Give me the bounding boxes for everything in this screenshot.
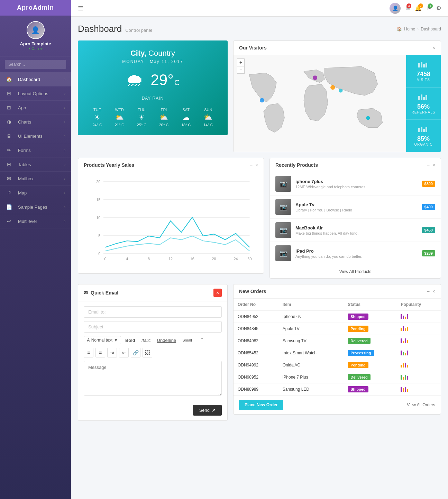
italic-button[interactable]: Italic xyxy=(139,336,153,344)
chart-container: 20 15 10 5 0 0 4 8 12 16 xyxy=(84,178,258,268)
sidebar-item-sample[interactable]: 📄 Sample Pages › xyxy=(0,200,71,214)
image-button[interactable]: 🖼 xyxy=(143,348,152,357)
user-avatar[interactable]: 👤 xyxy=(390,3,401,14)
list-ul-button[interactable]: ≡ xyxy=(95,348,105,357)
products-list: 📷 iphone 7plus 12MP Wide-angle and telep… xyxy=(270,172,441,265)
sales-chart-header: Products Yearly Sales − × xyxy=(78,158,264,172)
sidebar-item-layout[interactable]: ⊞ Layout Options › xyxy=(0,87,71,101)
pop-bar xyxy=(407,365,408,368)
product-item: 📷 iPad Pro Anything you can do, you can … xyxy=(270,242,441,265)
order-popularity xyxy=(396,383,441,396)
orders-header: New Orders − × xyxy=(234,284,441,299)
email-subject-input[interactable] xyxy=(84,321,222,333)
chart-body: 20 15 10 5 0 0 4 8 12 16 xyxy=(78,172,264,273)
quote-button[interactable]: " xyxy=(200,336,205,344)
zoom-out-button[interactable]: − xyxy=(237,66,245,74)
recently-controls[interactable]: − × xyxy=(427,162,435,168)
forecast-day-wed: WED ⛅ 21° C xyxy=(115,108,124,127)
small-button[interactable]: Small xyxy=(180,337,194,344)
orders-close-icon[interactable]: × xyxy=(432,289,435,294)
minimize-icon[interactable]: − xyxy=(427,45,430,51)
breadcrumb-sep: › xyxy=(417,27,419,31)
table-row: ODN88989Samsung LEDShipped xyxy=(234,383,441,396)
product-thumb: 📷 xyxy=(275,222,291,238)
nav-arrow-layout: › xyxy=(64,92,65,96)
sales-controls[interactable]: − × xyxy=(250,162,258,168)
weather-forecast: TUE ☀ 24° CWED ⛅ 21° CTHU ☀ 25° CFRI ⛅ 2… xyxy=(86,108,219,127)
table-row: ODN84982Samsung TVDelivered xyxy=(234,335,441,347)
pop-bar xyxy=(403,352,404,355)
send-button[interactable]: Send ↗ xyxy=(193,405,222,416)
search-input[interactable] xyxy=(5,60,66,69)
popularity-bars xyxy=(401,314,437,319)
nav-icon-mailbox: ✉ xyxy=(6,176,12,181)
sidebar-item-app[interactable]: ⊟ App › xyxy=(0,101,71,115)
profile-name: Apro Template xyxy=(20,41,51,46)
sales-minimize-icon[interactable]: − xyxy=(250,162,253,168)
svg-rect-5 xyxy=(418,63,420,67)
breadcrumb: 🏠 Home › Dashboard xyxy=(397,27,441,31)
underline-button[interactable]: Underline xyxy=(155,336,179,344)
hamburger-icon[interactable]: ☰ xyxy=(78,4,83,12)
visitors-map: + − xyxy=(234,55,406,152)
link-button[interactable]: 🔗 xyxy=(131,348,140,357)
popularity-bars xyxy=(401,326,437,331)
email-close-button[interactable]: × xyxy=(213,289,222,297)
close-icon[interactable]: × xyxy=(432,45,435,51)
sidebar-item-forms[interactable]: ✏ Forms › xyxy=(0,143,71,157)
email-toolbar: A Normal text ▼ Bold Italic Underline Sm… xyxy=(84,336,222,344)
product-desc: Anything you can do, you can do better. xyxy=(295,254,418,258)
bold-button[interactable]: Bold xyxy=(123,336,137,344)
mail-icon[interactable]: ✉ 3 xyxy=(405,5,410,11)
toolbar-sep-1 xyxy=(197,337,197,344)
product-name: MacBook Air xyxy=(295,225,418,230)
bell-icon[interactable]: 🔔 2 xyxy=(415,5,422,11)
sidebar-label-ui: UI Elements xyxy=(18,134,43,139)
visitors-title: Our Visitors xyxy=(239,45,267,51)
svg-text:10: 10 xyxy=(96,216,100,220)
orders-minimize-icon[interactable]: − xyxy=(427,289,430,294)
order-popularity xyxy=(396,347,441,359)
email-title: ✉ Quick Email xyxy=(84,290,118,296)
svg-point-4 xyxy=(366,116,370,120)
status-badge: Shipped xyxy=(348,314,368,320)
sidebar-item-charts[interactable]: ◑ Charts › xyxy=(0,115,71,129)
sidebar-label-mailbox: Mailbox xyxy=(18,176,34,181)
nav-icon-forms: ✏ xyxy=(6,147,12,153)
outdent-button[interactable]: ⇤ xyxy=(119,348,129,357)
view-all-orders-button[interactable]: View All Orders xyxy=(407,402,435,407)
dropdown-arrow-icon: ▼ xyxy=(114,338,118,343)
indent-button[interactable]: ⇥ xyxy=(107,348,117,357)
sidebar-item-dashboard[interactable]: 🏠 Dashboard › xyxy=(0,72,71,87)
sales-chart-title: Products Yearly Sales xyxy=(84,162,134,168)
email-to-input[interactable] xyxy=(84,306,222,318)
sidebar-item-ui[interactable]: 🖥 UI Elements › xyxy=(0,129,71,143)
list-ol-button[interactable]: ≡ xyxy=(84,348,93,357)
place-order-button[interactable]: Place New Order xyxy=(239,400,283,410)
visitors-controls[interactable]: − × xyxy=(427,45,435,51)
sidebar-item-map[interactable]: ⚐ Map › xyxy=(0,186,71,200)
svg-rect-6 xyxy=(421,62,422,67)
orders-controls[interactable]: − × xyxy=(427,289,435,294)
settings-icon[interactable]: ⚙ xyxy=(436,5,441,11)
text-format-select[interactable]: A Normal text ▼ xyxy=(84,336,121,344)
zoom-in-button[interactable]: + xyxy=(237,58,245,66)
sales-chart-card: Products Yearly Sales − × xyxy=(78,158,264,274)
sidebar-item-tables[interactable]: ⊞ Tables › xyxy=(0,157,71,172)
view-all-products-button[interactable]: View All Products xyxy=(270,265,441,278)
sidebar-item-mailbox[interactable]: ✉ Mailbox › xyxy=(0,172,71,186)
sidebar-item-multilevel[interactable]: ↩ Multilevel › xyxy=(0,214,71,228)
sidebar-label-tables: Tables xyxy=(18,162,31,167)
recently-close-icon[interactable]: × xyxy=(432,162,435,168)
recently-minimize-icon[interactable]: − xyxy=(427,162,430,168)
page-title: Dashboard xyxy=(78,24,122,34)
popularity-bars xyxy=(401,338,437,343)
order-id: ODN88989 xyxy=(234,383,278,396)
sidebar-search-wrap[interactable] xyxy=(0,56,71,72)
table-row: ODN85452Intex Smart WatchProcessing xyxy=(234,347,441,359)
email-toolbar-2: ≡ ≡ ⇥ ⇤ 🔗 🖼 xyxy=(84,348,222,357)
pop-bar xyxy=(401,387,402,392)
flag-icon[interactable]: ⚑ 1 xyxy=(427,5,431,11)
email-message-textarea[interactable] xyxy=(84,361,222,396)
sales-close-icon[interactable]: × xyxy=(255,162,258,168)
